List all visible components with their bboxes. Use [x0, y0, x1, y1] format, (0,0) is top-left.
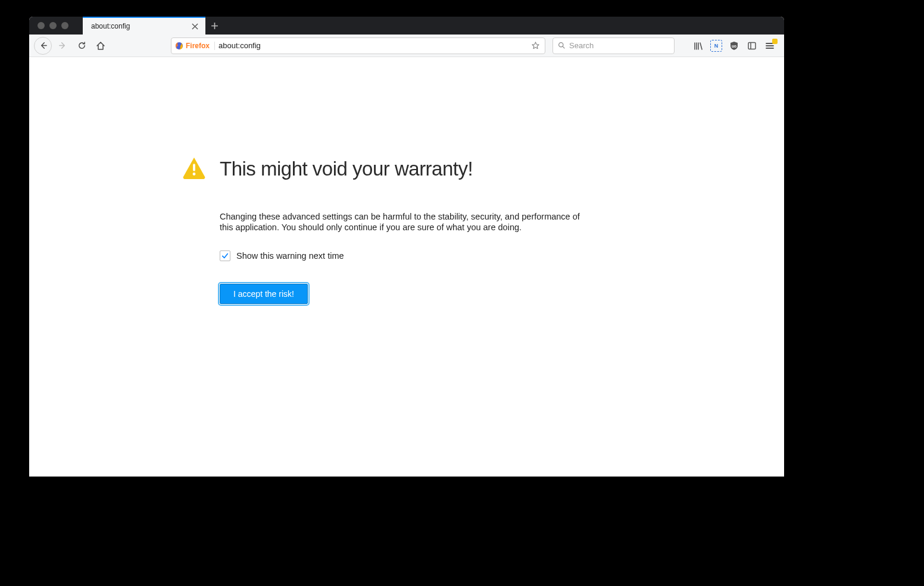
- browser-window: about:config: [29, 17, 784, 477]
- show-warning-checkbox-row: Show this warning next time: [220, 250, 594, 261]
- warning-body: Changing these advanced settings can be …: [220, 211, 594, 304]
- menu-button[interactable]: [764, 40, 776, 52]
- show-warning-checkbox[interactable]: [220, 250, 230, 261]
- search-input[interactable]: [569, 41, 669, 50]
- accept-risk-button[interactable]: I accept the risk!: [220, 284, 308, 304]
- new-tab-button[interactable]: [205, 17, 223, 35]
- reload-button[interactable]: [73, 37, 90, 54]
- sidebar-button[interactable]: [746, 40, 758, 52]
- plus-icon: [211, 22, 218, 30]
- home-button[interactable]: [92, 37, 109, 54]
- back-button[interactable]: [34, 37, 52, 55]
- search-bar[interactable]: [552, 37, 675, 54]
- show-warning-label: Show this warning next time: [236, 251, 344, 261]
- checkmark-icon: [221, 252, 229, 259]
- close-tab-button[interactable]: [190, 21, 199, 31]
- tab-about-config[interactable]: about:config: [83, 17, 205, 35]
- svg-point-6: [193, 173, 196, 176]
- svg-point-1: [559, 43, 563, 47]
- svg-text:uo: uo: [732, 43, 736, 48]
- window-controls: [29, 17, 83, 35]
- bookmark-button[interactable]: [529, 40, 541, 52]
- svg-rect-3: [748, 42, 756, 49]
- warning-title: This might void your warranty!: [220, 158, 473, 180]
- search-icon: [558, 42, 566, 49]
- tab-strip: about:config: [29, 17, 784, 35]
- forward-arrow-icon: [58, 41, 67, 50]
- warning-text: Changing these advanced settings can be …: [220, 211, 594, 233]
- url-input[interactable]: [218, 41, 526, 50]
- toolbar-icons: N uo: [692, 40, 779, 52]
- noscript-button[interactable]: N: [710, 40, 722, 52]
- close-window-button[interactable]: [38, 22, 45, 29]
- library-icon: [694, 41, 703, 51]
- nav-toolbar: Firefox N uo: [29, 35, 784, 57]
- ublock-button[interactable]: uo: [728, 40, 740, 52]
- back-arrow-icon: [39, 41, 48, 50]
- url-bar[interactable]: Firefox: [171, 37, 545, 54]
- notification-badge: [772, 39, 778, 44]
- identity-label: Firefox: [186, 42, 210, 50]
- warning-triangle-icon: [182, 155, 207, 183]
- firefox-icon: [175, 42, 183, 50]
- tab-label: about:config: [91, 22, 190, 30]
- page-content: This might void your warranty! Changing …: [29, 57, 784, 477]
- home-icon: [96, 41, 105, 51]
- library-button[interactable]: [692, 40, 704, 52]
- maximize-window-button[interactable]: [61, 22, 68, 29]
- svg-rect-5: [193, 164, 195, 171]
- warning-header: This might void your warranty!: [182, 155, 784, 183]
- sidebar-icon: [747, 41, 757, 51]
- identity-badge[interactable]: Firefox: [175, 42, 215, 50]
- close-icon: [192, 23, 198, 30]
- star-icon: [531, 41, 540, 50]
- forward-button[interactable]: [54, 37, 71, 54]
- reload-icon: [77, 41, 86, 50]
- shield-icon: uo: [729, 41, 739, 51]
- minimize-window-button[interactable]: [49, 22, 57, 29]
